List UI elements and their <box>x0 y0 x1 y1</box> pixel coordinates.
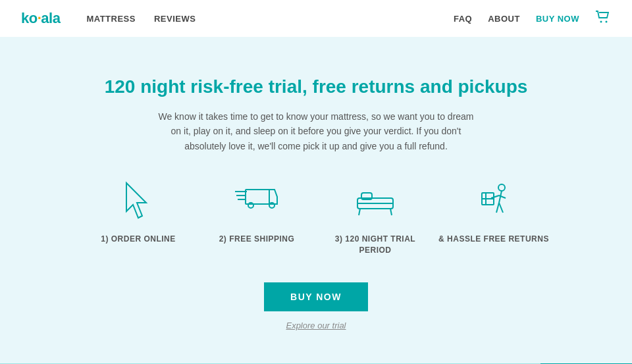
svg-point-0 <box>600 20 602 22</box>
feature-free-shipping-label: 2) FREE SHIPPING <box>219 234 295 245</box>
nav-reviews[interactable]: REVIEWS <box>154 14 196 24</box>
feature-trial-period: 3) 120 NIGHT TRIALPERIOD <box>316 180 434 256</box>
nav-links: MATTRESS REVIEWS <box>86 14 454 24</box>
main-section: 120 night risk-free trial, free returns … <box>0 37 632 363</box>
nav-right: FAQ ABOUT BUY NOW <box>454 11 611 27</box>
svg-marker-2 <box>126 183 146 218</box>
svg-line-11 <box>359 209 360 215</box>
cta-area: BUY NOW Explore our trial <box>26 282 606 330</box>
nav-about[interactable]: ABOUT <box>488 14 520 24</box>
feature-hassle-free-returns: & HASSLE FREE RETURNS <box>434 180 553 256</box>
explore-trial-link[interactable]: Explore our trial <box>26 321 606 330</box>
return-icon <box>471 180 517 226</box>
nav-buy-now[interactable]: BUY NOW <box>536 14 579 24</box>
svg-line-18 <box>496 203 499 213</box>
feature-free-shipping: 2) FREE SHIPPING <box>198 180 316 256</box>
nav-faq[interactable]: FAQ <box>454 14 472 24</box>
svg-rect-6 <box>246 190 269 204</box>
feature-order-online: 1) ORDER ONLINE <box>79 180 198 256</box>
bed-icon <box>352 180 398 226</box>
feature-order-online-label: 1) ORDER ONLINE <box>101 234 176 245</box>
svg-line-19 <box>499 203 503 213</box>
features-row: 1) ORDER ONLINE 2) FREE S <box>26 180 606 256</box>
svg-point-1 <box>606 20 608 22</box>
truck-icon <box>234 180 280 226</box>
svg-point-14 <box>498 184 505 191</box>
main-title: 120 night risk-free trial, free returns … <box>26 76 606 97</box>
svg-line-16 <box>491 195 499 198</box>
feature-hassle-free-returns-label: & HASSLE FREE RETURNS <box>438 234 549 245</box>
cart-icon[interactable] <box>595 11 611 27</box>
logo[interactable]: ko·ala <box>21 10 60 27</box>
cursor-icon <box>115 180 161 226</box>
svg-line-12 <box>390 209 392 215</box>
main-description: We know it takes time to get to know you… <box>158 109 474 153</box>
feature-trial-period-label: 3) 120 NIGHT TRIALPERIOD <box>335 234 415 256</box>
buy-now-button[interactable]: BUY NOW <box>264 282 368 311</box>
navigation: ko·ala MATTRESS REVIEWS FAQ ABOUT BUY NO… <box>0 0 632 37</box>
nav-mattress[interactable]: MATTRESS <box>86 14 136 24</box>
